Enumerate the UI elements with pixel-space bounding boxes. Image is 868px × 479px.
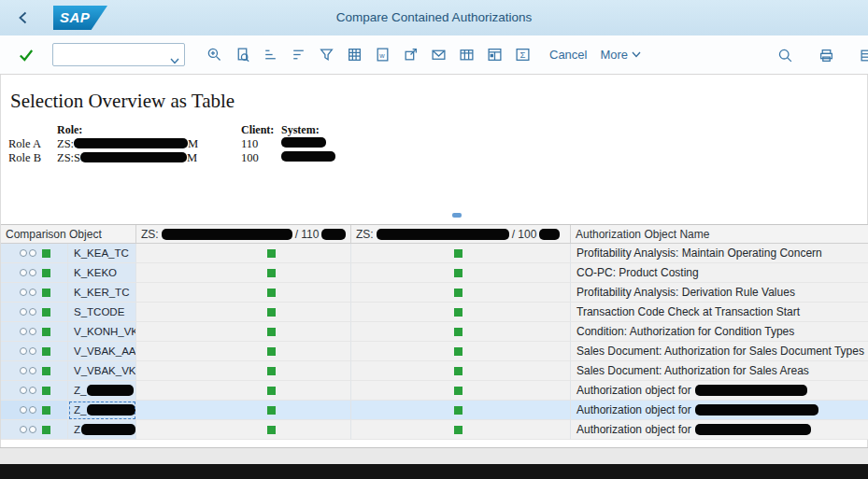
role-a-status-cell [136,283,351,303]
calc-view-icon[interactable] [480,43,508,67]
comparison-table: Comparison Object ZS:/ 110 ZS:/ 100 Auth… [1,224,868,440]
table-row[interactable]: K_KEKO CO-PC: Product Costing [1,263,868,283]
auth-object-name-cell: Sales Document: Authorization for Sales … [571,361,868,381]
status-green-square-icon [42,387,50,395]
table-row[interactable]: V_KONH_VKS Condition: Authorization for … [1,322,868,342]
filter-icon[interactable] [312,43,340,67]
table-row[interactable]: S_TCODE Transaction Code Check at Transa… [1,303,868,322]
status-circle-icon [29,328,36,335]
status-green-square-icon [42,249,50,258]
auth-object-name-cell: Condition: Authorization for Condition T… [571,322,868,342]
cancel-button[interactable]: Cancel [549,48,587,62]
table-view-icon[interactable] [452,43,480,67]
redaction [377,229,509,240]
role-a-client: 110 [241,137,258,151]
status-circle-icon [29,367,36,374]
table-row[interactable]: K_KER_TC Profitability Analysis: Derivat… [1,283,868,303]
export-icon[interactable] [396,43,424,67]
role-b-status-cell [351,283,571,303]
status-circle-icon [20,328,27,335]
green-square-icon [267,406,276,415]
header-role-a[interactable]: ZS:/ 110 [136,225,351,243]
status-circle-icon [29,387,36,394]
comparison-status-cell [1,283,68,303]
email-icon[interactable] [424,43,452,67]
auth-object-name-cell: Profitability Analysis: Derivation Rule … [571,283,868,303]
toolbar-icons: w Σ [200,43,536,67]
comparison-object-cell[interactable]: Z [68,420,136,440]
green-square-icon [267,426,276,434]
print-preview-icon[interactable] [228,43,256,67]
comparison-object-cell[interactable]: Z_ [68,401,136,420]
table-row[interactable]: V_VBAK_VKO Sales Document: Authorization… [1,361,868,381]
comparison-object-cell[interactable]: K_KER_TC [68,283,136,303]
status-circle-icon [20,289,27,296]
sort-descending-icon[interactable] [284,43,312,67]
header-comparison-object[interactable]: Comparison Object [1,225,136,243]
export-spreadsheet-icon[interactable] [340,43,368,67]
redaction [162,229,292,240]
redaction [81,424,135,435]
comparison-object-cell[interactable]: S_TCODE [68,303,136,322]
status-green-square-icon [42,289,50,297]
table-row[interactable]: K_KEA_TC Profitability Analysis: Maintai… [1,244,868,263]
status-green-square-icon [42,406,50,415]
sort-ascending-icon[interactable] [256,43,284,67]
horizontal-scrollbar-thumb[interactable] [452,213,462,218]
search-icon[interactable] [771,43,799,67]
command-field[interactable] [52,43,185,66]
green-square-icon [454,289,462,297]
chevron-down-icon[interactable] [170,51,179,68]
role-a-status-cell [136,342,351,361]
comparison-object-cell[interactable]: V_VBAK_VKO [68,361,136,381]
green-square-icon [267,367,276,375]
status-circle-icon [29,308,36,316]
role-b-value: ZS:SM [57,151,197,165]
status-circle-icon [20,387,27,394]
status-circle-icon [29,426,36,433]
print-icon[interactable] [812,43,840,67]
header-auth-object-name[interactable]: Authorization Object Name [571,225,868,243]
green-square-icon [454,328,462,336]
auth-object-name-cell: CO-PC: Product Costing [571,263,868,283]
overflow-icon[interactable] [853,43,868,67]
comparison-object-cell[interactable]: Z_ [68,381,136,401]
comparison-object-cell[interactable]: V_KONH_VKS [68,322,136,342]
zoom-in-icon[interactable] [200,43,228,67]
toolbar-right-icons [771,35,868,75]
comparison-object-cell[interactable]: V_VBAK_AAT [68,342,136,361]
status-green-square-icon [42,308,50,317]
title-bar: SAP Compare Contained Authorizations [0,0,868,35]
role-b-status-cell [351,263,571,283]
status-circle-icon [29,269,36,276]
confirm-check-icon[interactable] [15,44,37,66]
comparison-object-cell[interactable]: K_KEKO [68,263,136,283]
auth-object-name-cell: Profitability Analysis: Maintain Operati… [571,244,868,263]
comparison-status-cell [1,244,68,263]
role-header-line: Role: Client: System: [1,123,868,136]
redaction [281,137,326,148]
green-square-icon [267,308,276,317]
more-button[interactable]: More [600,48,641,62]
header-role-b[interactable]: ZS:/ 100 [351,225,571,243]
status-circle-icon [29,289,36,296]
table-row[interactable]: V_VBAK_AAT Sales Document: Authorization… [1,342,868,361]
table-row-selected[interactable]: Z_ Authorization object for [1,401,868,420]
comparison-status-cell [1,322,68,342]
role-b-line: Role B ZS:SM 100 [1,151,868,164]
table-row[interactable]: Z Authorization object for [1,420,868,440]
green-square-icon [454,308,462,317]
table-row[interactable]: Z_ Authorization object for [1,381,868,401]
client-label: Client: [241,123,274,137]
command-input[interactable] [57,45,164,64]
comparison-status-cell [1,263,68,283]
sum-view-icon[interactable]: Σ [508,43,536,67]
green-square-icon [267,269,276,277]
status-green-square-icon [42,328,50,336]
role-b-status-cell [351,361,571,381]
comparison-status-cell [1,401,68,420]
auth-object-name-cell: Authorization object for [571,401,868,420]
comparison-object-cell[interactable]: K_KEA_TC [68,244,136,263]
comparison-status-cell [1,361,68,381]
word-export-icon[interactable]: w [368,43,396,67]
